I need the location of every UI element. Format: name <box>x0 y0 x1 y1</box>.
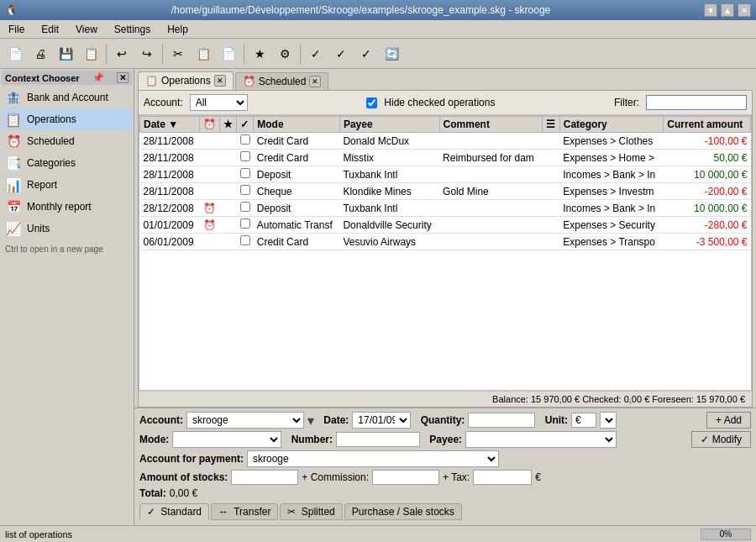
total-value: 0,00 € <box>170 487 197 499</box>
sidebar-item-units[interactable]: 📈 Units <box>2 218 132 239</box>
sidebar-item-categories[interactable]: 📑 Categories <box>2 152 132 174</box>
tb-check3[interactable]: ✓ <box>354 42 378 66</box>
tb-redo[interactable]: ↪ <box>135 42 159 66</box>
tabbar: 📋 Operations ✕ ⏰ Scheduled ✕ <box>134 69 756 90</box>
maximize-button[interactable]: ▲ <box>721 3 734 17</box>
balance-bar: Balance: 15 970,00 € Checked: 0,00 € For… <box>139 391 752 407</box>
cell-check[interactable] <box>237 133 254 150</box>
table-row[interactable]: 28/11/2008 Deposit Tuxbank Intl Incomes … <box>140 166 751 183</box>
sidebar-item-report[interactable]: 📊 Report <box>2 174 132 196</box>
tb-cut[interactable]: ✂ <box>166 42 190 66</box>
sidebar-item-bank[interactable]: 🏦 Bank and Account <box>2 87 132 108</box>
account-form-select[interactable]: skrooge <box>186 412 304 429</box>
tb-star[interactable]: ★ <box>248 42 271 66</box>
tab-operations[interactable]: 📋 Operations ✕ <box>138 71 234 90</box>
stocks-input[interactable] <box>231 470 298 485</box>
table-row[interactable]: 01/01/2009 ⏰ Automatic Transf Donaldvill… <box>140 217 751 234</box>
filter-label: Filter: <box>614 97 639 108</box>
cell-check[interactable] <box>237 217 254 234</box>
cell-date: 28/11/2008 <box>140 166 200 183</box>
unit-input[interactable] <box>571 413 596 428</box>
tab-ops-close[interactable]: ✕ <box>214 75 226 87</box>
unit-select[interactable] <box>600 412 617 429</box>
tab-scheduled[interactable]: ⏰ Scheduled ✕ <box>235 72 329 90</box>
cell-check[interactable] <box>237 234 254 250</box>
sidebar-item-operations[interactable]: 📋 Operations <box>2 108 132 130</box>
cell-flag <box>200 234 220 250</box>
quantity-input[interactable] <box>468 413 535 428</box>
tab-sched-close[interactable]: ✕ <box>309 76 321 87</box>
cell-check[interactable] <box>237 200 254 217</box>
cell-mode: Deposit <box>254 166 340 183</box>
table-row[interactable]: 28/11/2008 Credit Card Misstix Reimburse… <box>140 150 751 166</box>
commission-input[interactable] <box>372 470 439 485</box>
col-category-icon[interactable]: ☰ <box>542 117 559 133</box>
sidebar-item-monthly[interactable]: 📅 Monthly report <box>2 196 132 218</box>
close-button[interactable]: ✕ <box>738 3 751 17</box>
form-row-total: Total: 0,00 € <box>139 487 751 499</box>
col-comment[interactable]: Comment <box>439 117 542 133</box>
hide-checked-checkbox[interactable] <box>366 97 377 108</box>
cell-mode: Credit Card <box>254 150 340 166</box>
payment-select[interactable]: skrooge <box>247 450 499 467</box>
col-flag[interactable]: ⏰ <box>200 117 220 133</box>
col-mode[interactable]: Mode <box>254 117 340 133</box>
date-select[interactable]: 17/01/09 <box>352 412 411 429</box>
table-row[interactable]: 28/11/2008 Credit Card Donald McDux Expe… <box>140 133 751 150</box>
tb-undo[interactable]: ↩ <box>110 42 134 66</box>
tb-new[interactable]: 📄 <box>3 42 27 66</box>
sidebar-close[interactable]: ✕ <box>117 72 129 83</box>
table-row[interactable]: 06/01/2009 Credit Card Vesuvio Airways E… <box>140 234 751 250</box>
btab-purchase[interactable]: Purchase / Sale stocks <box>344 503 462 520</box>
btab-splitted[interactable]: ✂ Splitted <box>280 503 342 520</box>
tb-save[interactable]: 💾 <box>54 42 77 66</box>
menu-settings[interactable]: Settings <box>109 22 155 37</box>
table-row[interactable]: 28/11/2008 Cheque Klondike Mines Gold Mi… <box>140 183 751 200</box>
tb-check1[interactable]: ✓ <box>304 42 328 66</box>
payee-select[interactable] <box>465 431 617 448</box>
sidebar-label-monthly: Monthly report <box>27 201 92 213</box>
minimize-button[interactable]: ▼ <box>704 3 717 17</box>
col-star[interactable]: ★ <box>220 117 237 133</box>
menu-file[interactable]: File <box>3 22 29 37</box>
col-category[interactable]: Category <box>559 117 664 133</box>
cell-check[interactable] <box>237 183 254 200</box>
cell-amount: 10 000,00 € <box>664 200 751 217</box>
form-area: Account: skrooge ▾ Date: 17/01/09 Quanti… <box>134 408 756 525</box>
col-check[interactable]: ✓ <box>237 117 254 133</box>
cell-mode: Automatic Transf <box>254 217 340 234</box>
col-payee[interactable]: Payee <box>339 117 439 133</box>
tb-save2[interactable]: 📋 <box>79 42 102 66</box>
menu-edit[interactable]: Edit <box>36 22 64 37</box>
tb-gear[interactable]: ⚙ <box>273 42 297 66</box>
tb-print[interactable]: 🖨 <box>29 42 52 66</box>
tb-paste[interactable]: 📄 <box>217 42 240 66</box>
col-amount[interactable]: Current amount <box>664 117 751 133</box>
cell-check[interactable] <box>237 150 254 166</box>
cell-check[interactable] <box>237 166 254 183</box>
modify-button[interactable]: ✓ Modify <box>691 431 751 448</box>
tax-input[interactable] <box>473 470 532 485</box>
tb-refresh[interactable]: 🔄 <box>380 42 403 66</box>
btab-transfer[interactable]: ↔ Transfer <box>211 503 278 520</box>
col-date[interactable]: Date ▼ <box>140 117 200 133</box>
table-row[interactable]: 28/12/2008 ⏰ Deposit Tuxbank Intl Income… <box>140 200 751 217</box>
cell-amount: 50,00 € <box>664 150 751 166</box>
bottom-tabs: ✓ Standard ↔ Transfer ✂ Splitted Purchas… <box>139 502 751 522</box>
sidebar: Context Chooser 📌 ✕ 🏦 Bank and Account 📋… <box>0 69 134 525</box>
number-input[interactable] <box>336 432 420 447</box>
sidebar-item-scheduled[interactable]: ⏰ Scheduled <box>2 130 132 152</box>
account-select[interactable]: All skrooge <box>190 94 248 111</box>
tb-sep3 <box>244 44 244 64</box>
sidebar-pin[interactable]: 📌 <box>92 72 104 83</box>
cell-category: Expenses > Investm <box>559 183 664 200</box>
menu-view[interactable]: View <box>71 22 102 37</box>
filter-input[interactable] <box>646 95 747 110</box>
mode-select[interactable] <box>172 431 281 448</box>
tb-copy[interactable]: 📋 <box>192 42 215 66</box>
btab-transfer-label: Transfer <box>234 506 270 518</box>
add-button[interactable]: + Add <box>706 412 751 429</box>
tb-check2[interactable]: ✓ <box>329 42 353 66</box>
btab-standard[interactable]: ✓ Standard <box>139 503 209 520</box>
menu-help[interactable]: Help <box>162 22 193 37</box>
